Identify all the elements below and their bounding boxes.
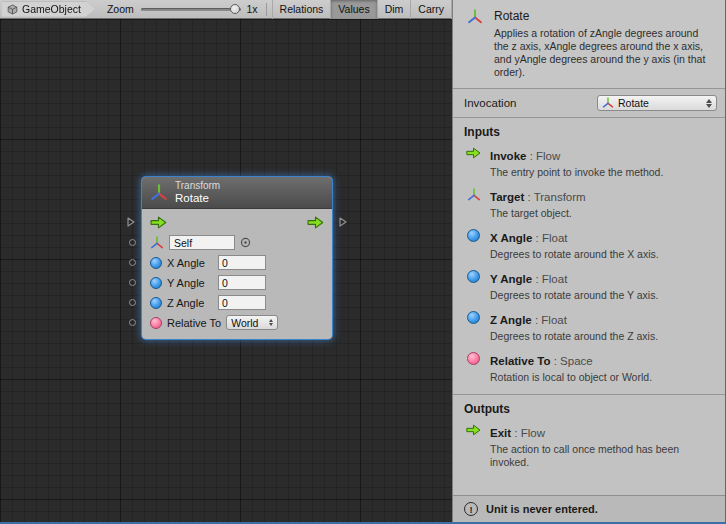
port-description: Degrees to rotate around the Y axis. [490, 289, 658, 302]
port-type: Float [532, 232, 567, 244]
port-description: Degrees to rotate around the Z axis. [490, 330, 658, 343]
space-icon [465, 351, 482, 384]
port-name: Exit [490, 427, 511, 439]
outputs-header: Outputs [453, 395, 725, 420]
node-title: Transform [175, 180, 220, 192]
y-angle-input[interactable] [218, 275, 266, 290]
transform-icon [602, 97, 614, 109]
port-description: The entry point to invoke the method. [490, 166, 663, 179]
dropdown-arrows-icon [706, 99, 712, 108]
bolt-graph-window: GameObject Zoom 1x Relations Values Dim … [0, 0, 726, 524]
port-name: Z Angle [490, 314, 532, 326]
toolbar-separator [266, 3, 267, 16]
warning-bar: Unit is never entered. [453, 495, 725, 522]
port-entry-target: TargetTransform The target object. [453, 184, 725, 225]
relative-to-row: Relative To World [150, 314, 324, 331]
zoom-label: Zoom [107, 3, 134, 15]
port-description: Rotation is local to object or World. [490, 371, 652, 384]
node-subtitle: Rotate [175, 192, 220, 205]
port-type: Float [532, 273, 567, 285]
zoom-slider-thumb[interactable] [230, 4, 240, 14]
target-value: Self [174, 237, 192, 249]
port-entry-relative-to: Relative ToSpace Rotation is local to ob… [453, 348, 725, 389]
warning-icon [464, 502, 478, 516]
invoke-connection-point[interactable] [127, 217, 135, 227]
inspector-description: Applies a rotation of zAngle degrees aro… [494, 27, 708, 79]
target-row: Self [150, 234, 324, 251]
float-icon [465, 310, 482, 343]
float-icon [465, 269, 482, 302]
z-angle-row: Z Angle [150, 294, 324, 311]
x-angle-input[interactable] [218, 255, 266, 270]
relations-button[interactable]: Relations [272, 0, 331, 19]
relative-to-port-icon[interactable] [150, 317, 162, 329]
port-entry-x-angle: X AngleFloat Degrees to rotate around th… [453, 225, 725, 266]
z-angle-connection-point[interactable] [129, 299, 136, 306]
node-header[interactable]: Transform Rotate [142, 177, 332, 209]
port-name: Y Angle [490, 273, 532, 285]
x-angle-connection-point[interactable] [129, 259, 136, 266]
zoom-slider-track [141, 8, 241, 11]
transform-icon [150, 184, 168, 202]
zoom-value: 1x [247, 3, 258, 15]
port-name: Target [490, 191, 524, 203]
carry-button[interactable]: Carry [410, 0, 452, 19]
port-entry-exit: ExitFlow The action to call once method … [453, 420, 725, 474]
target-connection-point[interactable] [129, 239, 136, 246]
y-angle-label: Y Angle [167, 277, 213, 289]
port-type: Transform [524, 191, 585, 203]
breadcrumb-gameobject[interactable]: GameObject [2, 2, 95, 17]
y-angle-port-icon[interactable] [150, 277, 162, 289]
transform-icon [465, 187, 482, 220]
x-angle-row: X Angle [150, 254, 324, 271]
inputs-section: Inputs InvokeFlow The entry point to inv… [453, 118, 725, 389]
x-angle-label: X Angle [167, 257, 213, 269]
flow-port-row [150, 214, 324, 230]
z-angle-port-icon[interactable] [150, 297, 162, 309]
dropdown-arrows-icon [269, 319, 273, 326]
graph-toolbar: GameObject Zoom 1x Relations Values Dim … [0, 0, 452, 19]
float-icon [465, 228, 482, 261]
outputs-section: Outputs ExitFlow The action to call once… [453, 394, 725, 474]
port-description: The target object. [490, 207, 586, 220]
relative-to-dropdown[interactable]: World [226, 315, 278, 330]
node-body: Self X Angle Y Angle Z Angle [142, 209, 332, 339]
graph-canvas[interactable]: Transform Rotate Self [0, 19, 452, 522]
relative-to-connection-point[interactable] [129, 319, 136, 326]
invoke-port-icon[interactable] [150, 216, 167, 229]
transform-rotate-node[interactable]: Transform Rotate Self [142, 177, 332, 339]
warning-text: Unit is never entered. [486, 503, 598, 515]
z-angle-input[interactable] [218, 295, 266, 310]
transform-icon [467, 9, 483, 25]
invocation-value: Rotate [618, 97, 649, 109]
port-name: Invoke [490, 150, 526, 162]
x-angle-port-icon[interactable] [150, 257, 162, 269]
z-angle-label: Z Angle [167, 297, 213, 309]
port-entry-y-angle: Y AngleFloat Degrees to rotate around th… [453, 266, 725, 307]
y-angle-connection-point[interactable] [129, 279, 136, 286]
zoom-slider[interactable] [141, 3, 241, 15]
cube-icon [7, 4, 18, 15]
flow-icon [465, 423, 482, 469]
invocation-label: Invocation [464, 97, 516, 109]
flow-icon [465, 146, 482, 179]
port-description: The action to call once method has been … [490, 443, 708, 469]
object-picker-icon[interactable] [240, 237, 251, 248]
port-entry-z-angle: Z AngleFloat Degrees to rotate around th… [453, 307, 725, 348]
values-button[interactable]: Values [330, 0, 376, 19]
target-field[interactable]: Self [169, 235, 235, 250]
port-name: X Angle [490, 232, 532, 244]
exit-port-icon[interactable] [307, 216, 324, 229]
y-angle-row: Y Angle [150, 274, 324, 291]
inspector-header: Rotate Applies a rotation of zAngle degr… [453, 0, 725, 89]
exit-connection-point[interactable] [339, 217, 347, 227]
relative-to-value: World [231, 317, 258, 329]
inspector-title: Rotate [494, 9, 708, 23]
invocation-dropdown[interactable]: Rotate [597, 95, 717, 111]
port-type: Flow [526, 150, 560, 162]
dim-button[interactable]: Dim [377, 0, 411, 19]
port-type: Space [551, 355, 593, 367]
port-type: Float [532, 314, 567, 326]
port-entry-invoke: InvokeFlow The entry point to invoke the… [453, 143, 725, 184]
transform-port-icon[interactable] [150, 236, 164, 250]
